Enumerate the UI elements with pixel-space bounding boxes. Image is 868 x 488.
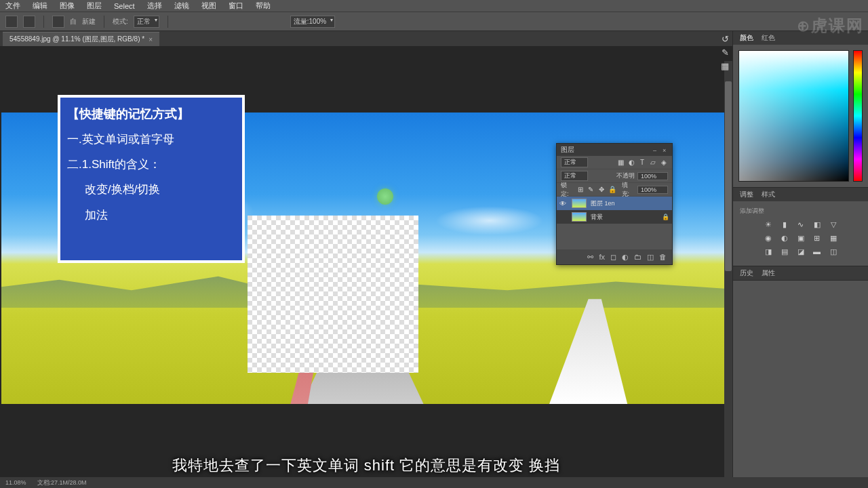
video-subtitle: 我特地去查了一下英文单词 shift 它的意思是有改变 换挡: [0, 455, 732, 476]
lock-move-icon[interactable]: ✥: [597, 186, 605, 194]
history-icon[interactable]: ↺: [719, 34, 730, 45]
menu-file[interactable]: 文件: [5, 1, 20, 11]
delete-layer-icon[interactable]: 🗑: [659, 253, 667, 261]
fill-input[interactable]: 100%: [637, 186, 668, 194]
menu-window[interactable]: 窗口: [229, 1, 243, 11]
threshold-icon[interactable]: ◪: [795, 247, 806, 256]
vertical-scrollbar[interactable]: [724, 61, 732, 488]
posterize-icon[interactable]: ▤: [779, 247, 790, 256]
instruction-line-4: 加法: [67, 206, 235, 224]
zoom-level[interactable]: 11.08%: [5, 479, 26, 486]
canvas[interactable]: 【快捷键的记忆方式】 一.英文单词或首字母 二.1.Shift的含义： 改变/换…: [0, 46, 732, 488]
curves-icon[interactable]: ∿: [795, 220, 806, 229]
lock-all-icon[interactable]: 🔒: [608, 186, 616, 194]
hue-slider[interactable]: [853, 50, 863, 182]
layer-name[interactable]: 图层 1en: [591, 199, 615, 208]
levels-icon[interactable]: ▮: [779, 220, 790, 229]
separator: [104, 16, 104, 28]
cursor-highlight-icon: [377, 188, 393, 205]
watermark: ⊕虎课网: [797, 15, 864, 37]
tool-icon[interactable]: [5, 16, 18, 28]
tab-history[interactable]: 历史: [740, 268, 753, 278]
layer-row[interactable]: 背景 🔒: [557, 210, 672, 224]
layers-panel[interactable]: 图层 – × 正常 ▦ ◐ T ▱ ◈ 正常: [556, 143, 673, 265]
menu-layer[interactable]: 图层: [87, 1, 102, 11]
tab-color[interactable]: 颜色: [740, 33, 753, 43]
color-lookup-icon[interactable]: ▦: [828, 233, 839, 243]
filter-shape-icon[interactable]: ▱: [649, 159, 657, 167]
opt-label-1: 自: [70, 17, 77, 26]
menu-bar: 文件 编辑 图像 图层 Select 选择 滤镜 视图 窗口 帮助: [0, 0, 868, 12]
filter-smart-icon[interactable]: ◈: [660, 159, 668, 167]
properties-body: [733, 280, 868, 281]
opacity-dropdown[interactable]: 流量:100%: [290, 16, 335, 28]
instruction-title: 【快捷键的记忆方式】: [67, 106, 235, 122]
menu-select2[interactable]: 选择: [147, 1, 162, 11]
menu-image[interactable]: 图像: [60, 1, 75, 11]
menu-help[interactable]: 帮助: [256, 1, 271, 11]
layers-panel-titlebar[interactable]: 图层 – ×: [557, 144, 672, 156]
vibrance-icon[interactable]: ▽: [828, 220, 839, 229]
panel-close-icon[interactable]: ×: [663, 147, 668, 152]
options-bar: 自 新建 模式: 正常 流量:100%: [0, 12, 868, 31]
layer-fx-icon[interactable]: fx: [599, 253, 605, 261]
opt-label-2: 新建: [82, 17, 96, 26]
selective-color-icon[interactable]: ◫: [828, 247, 839, 256]
instruction-overlay: 【快捷键的记忆方式】 一.英文单词或首字母 二.1.Shift的含义： 改变/换…: [58, 95, 245, 263]
tool-preset-icon[interactable]: [23, 16, 35, 28]
lock-transparency-icon[interactable]: ⊞: [576, 186, 584, 194]
link-layers-icon[interactable]: ⚯: [587, 253, 593, 262]
new-layer-icon[interactable]: ◫: [647, 253, 654, 262]
document-tab[interactable]: 54558849.jpg @ 11.1% (图层,图层, RGB/8) * ×: [3, 32, 159, 46]
menu-select[interactable]: Select: [114, 2, 135, 10]
hue-icon[interactable]: ◉: [763, 233, 774, 243]
layers-panel-footer: ⚯ fx ◻ ◐ 🗀 ◫ 🗑: [557, 249, 672, 264]
opt-icon-1[interactable]: [52, 16, 64, 28]
mode-label: 模式:: [113, 17, 128, 26]
panel-minimize-icon[interactable]: –: [653, 147, 658, 152]
layer-name[interactable]: 背景: [591, 213, 603, 222]
swatch-icon[interactable]: ▦: [719, 61, 730, 72]
adjustments-heading: 添加调整: [740, 207, 861, 216]
tab-close-icon[interactable]: ×: [149, 36, 153, 43]
tab-properties[interactable]: 属性: [762, 268, 775, 278]
menu-filter[interactable]: 滤镜: [174, 1, 189, 11]
adjustment-layer-icon[interactable]: ◐: [622, 253, 629, 262]
layer-filter-dropdown[interactable]: 正常: [561, 157, 588, 167]
layer-group-icon[interactable]: 🗀: [634, 253, 642, 261]
gradient-map-icon[interactable]: ▬: [812, 247, 823, 256]
layer-row[interactable]: 👁 图层 1en: [557, 197, 672, 210]
blend-mode-dropdown[interactable]: 正常: [134, 16, 159, 28]
visibility-eye-icon[interactable]: 👁: [559, 200, 568, 207]
layer-thumbnail[interactable]: [572, 212, 587, 222]
tab-adjustments[interactable]: 调整: [740, 190, 753, 199]
filter-pixeltype-icon[interactable]: ▦: [616, 159, 625, 167]
lock-brush-icon[interactable]: ✎: [587, 186, 595, 194]
menu-edit[interactable]: 编辑: [33, 1, 47, 11]
layers-panel-title: 图层: [561, 145, 574, 155]
layers-lock-row: 锁定: ⊞ ✎ ✥ 🔒 填充: 100%: [557, 183, 672, 197]
invert-icon[interactable]: ◨: [763, 247, 774, 256]
layer-thumbnail[interactable]: [572, 199, 587, 208]
scrollbar-thumb[interactable]: [725, 81, 732, 271]
menu-view[interactable]: 视图: [201, 1, 216, 11]
separator: [167, 16, 168, 28]
brightness-icon[interactable]: ☀: [763, 220, 774, 229]
doc-info: 文档:27.1M/28.0M: [37, 479, 87, 487]
filter-text-icon[interactable]: T: [638, 159, 646, 167]
tab-title: 54558849.jpg @ 11.1% (图层,图层, RGB/8) *: [9, 35, 144, 44]
color-field[interactable]: [738, 50, 849, 182]
properties-panel: 历史 属性: [733, 266, 868, 281]
bw-icon[interactable]: ◐: [779, 233, 790, 243]
exposure-icon[interactable]: ◧: [812, 220, 823, 229]
lock-label: 锁定:: [561, 181, 574, 199]
photo-filter-icon[interactable]: ▣: [795, 233, 806, 243]
opacity-input[interactable]: 100%: [637, 172, 668, 180]
tab-swatch[interactable]: 红色: [762, 33, 775, 43]
layer-mask-icon[interactable]: ◻: [610, 253, 616, 262]
blend-dropdown[interactable]: 正常: [561, 171, 588, 181]
channel-mixer-icon[interactable]: ⊞: [812, 233, 823, 243]
filter-adjustment-icon[interactable]: ◐: [627, 159, 635, 167]
tab-styles[interactable]: 样式: [762, 190, 775, 199]
brush-icon[interactable]: ✎: [719, 47, 730, 58]
